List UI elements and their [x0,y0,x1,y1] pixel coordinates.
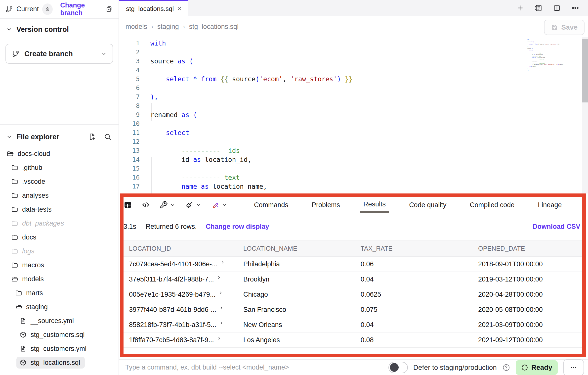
new-tab-icon[interactable] [516,4,524,12]
status-badge[interactable]: Ready [516,360,558,375]
save-icon [551,24,558,31]
help-icon[interactable] [502,364,510,372]
code-preview-icon [141,201,150,209]
create-branch-main[interactable]: Create branch [6,44,95,63]
results-tab-code-quality[interactable]: Code quality [406,197,450,213]
table-view-button[interactable] [124,201,132,209]
table-row[interactable]: 1f8ffa70-7cb5-4d83-8a7f-9...Los Angeles0… [124,332,582,348]
results-panel: CommandsProblemsResultsCode qualityCompi… [120,193,586,357]
code-token: ( [534,48,535,49]
code-token: ( [189,57,193,65]
folder-icon [11,178,18,185]
file-tree-item-content: .vscode [8,176,50,188]
code-token: select [527,70,531,72]
file-explorer-title: File explorer [16,133,59,141]
folder-open-icon [6,150,14,157]
file-tree-item[interactable]: staging [0,300,119,314]
code-line: 16 ---------- text [119,173,588,182]
save-button[interactable]: Save [544,20,585,35]
location-id-cell: 37e5f311-b7f4-4f2f-988b-7... [124,276,238,283]
editor-scrollbar-thumb[interactable] [582,39,588,102]
cell-value: 0.08 [361,336,374,344]
file-tree-item[interactable]: marts [0,286,119,300]
expand-cell-icon[interactable] [220,260,225,265]
table-row[interactable]: 3977f440-b87d-461b-9dd6-...San Francisco… [124,302,582,317]
file-tree-item[interactable]: .github [0,161,119,175]
file-tree-item[interactable]: .vscode [0,175,119,188]
tab-stg-locations[interactable]: stg_locations.sql [119,0,188,16]
code-token: , [283,75,290,83]
change-row-display-link[interactable]: Change row display [206,223,269,231]
results-tab-problems[interactable]: Problems [308,197,343,213]
breadcrumb-item[interactable]: staging [157,23,179,31]
build-tools-button[interactable] [159,201,176,209]
results-tab-lineage[interactable]: Lineage [534,197,565,213]
code-token: location_id, [205,156,252,163]
file-tree-item[interactable]: models [0,272,119,286]
file-tree-item[interactable]: analyses [0,188,119,202]
code-editor[interactable]: 1with23source as (45 select * from {{ so… [119,37,588,193]
version-control-header[interactable]: Version control [0,22,119,37]
results-toolbar-icons [124,201,237,209]
results-tab-results[interactable]: Results [360,197,389,213]
file-tree-item[interactable]: logs [0,244,119,258]
file-tree-item[interactable]: stg_locations.sql [0,356,119,370]
breadcrumb-item[interactable]: stg_locations.sql [189,23,239,31]
code-token [527,64,532,65]
command-input[interactable] [125,363,388,372]
command-log-icon[interactable] [534,4,543,12]
file-tree-item[interactable]: stg_customers.sql [0,328,119,342]
chevron-down-icon [6,134,12,140]
defer-toggle[interactable] [388,362,408,373]
file-tree-item[interactable]: dbt_packages [0,216,119,230]
close-icon[interactable] [176,6,182,12]
table-row[interactable]: 005e7e1c-1935-4269-b479...Chicago0.06252… [124,287,582,302]
line-number: 4 [119,66,140,75]
download-csv-link[interactable]: Download CSV [533,223,582,231]
table-row[interactable]: 7c079cea-5ed4-4101-906e-...Philadelphia0… [124,257,582,272]
minimap[interactable]: with source as ( select * from {{ source… [527,39,564,74]
breadcrumb-item[interactable]: models [126,23,147,31]
table-row[interactable]: 858218fb-73f7-4b1b-a31f-5...New Orleans0… [124,317,582,332]
create-branch-dropdown[interactable] [95,44,113,63]
copilot-button[interactable] [211,201,227,209]
more-actions-button[interactable] [563,359,584,375]
file-tree-item-label: docs-cloud [18,150,50,158]
file-tree-item-label: stg_customers.yml [31,345,86,353]
code-token [150,147,181,154]
results-toolbar: CommandsProblemsResultsCode qualityCompi… [124,197,582,213]
file-tree-item[interactable]: stg_customers.yml [0,342,119,356]
format-button[interactable] [185,201,202,209]
code-token: select [529,44,534,45]
change-branch-link[interactable]: Change branch [60,1,105,17]
expand-cell-icon[interactable] [216,336,221,341]
code-line: 7), [119,93,588,101]
results-tab-commands[interactable]: Commands [251,197,292,213]
expand-cell-icon[interactable] [219,306,224,311]
code-text: with [140,39,166,48]
code-preview-button[interactable] [141,201,150,209]
more-options-icon[interactable] [571,4,580,12]
file-tree-item[interactable]: docs [0,230,119,244]
expand-cell-icon[interactable] [219,321,224,326]
file-tree-item[interactable]: macros [0,258,119,272]
search-icon[interactable] [104,133,112,141]
code-line: 15 [119,164,588,173]
cell-value: 858218fb-73f7-4b1b-a31f-5... [129,321,216,329]
split-pane-icon[interactable] [553,4,561,12]
file-tree-item[interactable]: __sources.yml [0,314,119,328]
file-tree-item[interactable]: docs-cloud [0,147,119,161]
wrench-icon [159,201,168,209]
copy-branch-icon[interactable] [105,5,113,13]
results-tab-compiled-code[interactable]: Compiled code [466,197,518,213]
code-token: location_id, [536,54,543,55]
table-row[interactable]: 37e5f311-b7f4-4f2f-988b-7...Brooklyn0.04… [124,272,582,287]
file-explorer-actions [88,133,113,141]
new-file-icon[interactable] [88,133,96,141]
expand-cell-icon[interactable] [218,291,223,295]
file-tree-item[interactable]: data-tests [0,202,119,216]
file-tree-item-content: models [8,273,48,285]
file-explorer-header[interactable]: File explorer [0,125,119,146]
cell-value: 0.0625 [361,291,381,298]
expand-cell-icon[interactable] [216,276,221,280]
